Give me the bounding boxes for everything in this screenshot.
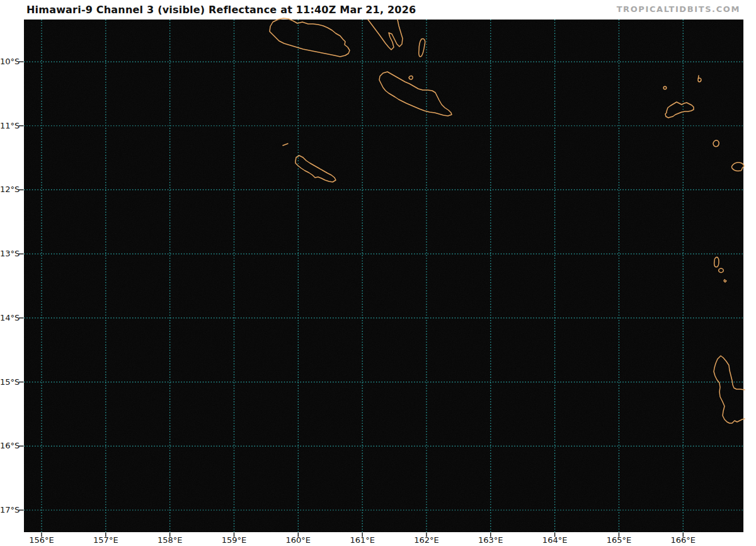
lon-tick-label: 166°E bbox=[661, 535, 705, 545]
lon-tick-label: 163°E bbox=[469, 535, 513, 545]
lat-tick-label: 14°S bbox=[0, 313, 19, 323]
lat-tick-label: 15°S bbox=[0, 377, 19, 387]
lat-tick-label: 11°S bbox=[0, 121, 19, 131]
map-noise-overlay bbox=[24, 20, 743, 532]
lat-tick-label: 12°S bbox=[0, 185, 19, 195]
lat-tick-label: 13°S bbox=[0, 249, 19, 259]
lon-tick-label: 165°E bbox=[597, 535, 641, 545]
lon-tick-label: 164°E bbox=[533, 535, 577, 545]
lon-tick-label: 156°E bbox=[20, 535, 64, 545]
lat-tick-label: 16°S bbox=[0, 441, 19, 451]
lon-tick-label: 160°E bbox=[276, 535, 320, 545]
lon-tick-label: 162°E bbox=[404, 535, 449, 545]
lat-tick-label: 17°S bbox=[0, 505, 19, 515]
lon-tick-label: 159°E bbox=[212, 535, 256, 545]
lon-tick-label: 161°E bbox=[340, 535, 384, 545]
lon-tick-label: 157°E bbox=[84, 535, 128, 545]
satellite-map bbox=[0, 0, 756, 546]
lon-tick-label: 158°E bbox=[148, 535, 192, 545]
lat-tick-label: 10°S bbox=[0, 57, 19, 67]
